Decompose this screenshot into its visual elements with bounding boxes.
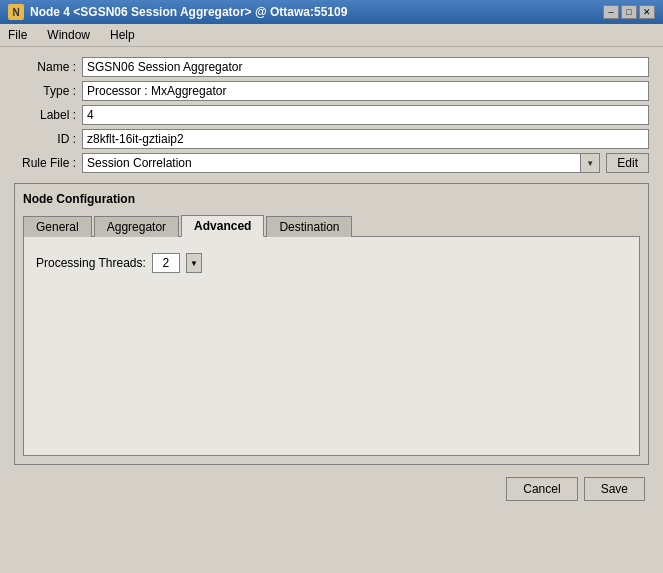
rulefile-label: Rule File : (14, 156, 82, 170)
tab-advanced[interactable]: Advanced (181, 215, 264, 237)
main-content: Name : Type : Processor : MxAggregator L… (0, 47, 663, 511)
processing-threads-dropdown[interactable]: ▼ (186, 253, 202, 273)
save-button[interactable]: Save (584, 477, 645, 501)
node-configuration: Node Configuration General Aggregator Ad… (14, 183, 649, 465)
title-bar: N Node 4 <SGSN06 Session Aggregator> @ O… (0, 0, 663, 24)
menu-window[interactable]: Window (43, 26, 94, 44)
window-title: Node 4 <SGSN06 Session Aggregator> @ Ott… (30, 5, 347, 19)
tab-content-advanced: Processing Threads: 2 ▼ (23, 236, 640, 456)
id-label: ID : (14, 132, 82, 146)
processing-threads-label: Processing Threads: (36, 256, 146, 270)
type-row: Type : Processor : MxAggregator (14, 81, 649, 101)
menu-help[interactable]: Help (106, 26, 139, 44)
type-value: Processor : MxAggregator (82, 81, 649, 101)
edit-button[interactable]: Edit (606, 153, 649, 173)
menu-file[interactable]: File (4, 26, 31, 44)
label-input[interactable] (82, 105, 649, 125)
menu-bar: File Window Help (0, 24, 663, 47)
processing-threads-dropdown-arrow-icon: ▼ (190, 259, 198, 268)
processing-threads-row: Processing Threads: 2 ▼ (36, 253, 627, 273)
name-label: Name : (14, 60, 82, 74)
id-value: z8kflt-16it-gztiaip2 (82, 129, 649, 149)
dropdown-arrow-icon: ▼ (586, 159, 594, 168)
bottom-buttons: Cancel Save (14, 477, 649, 501)
id-row: ID : z8kflt-16it-gztiaip2 (14, 129, 649, 149)
name-row: Name : (14, 57, 649, 77)
rulefile-select-wrapper: Session Correlation ▼ (82, 153, 600, 173)
name-input[interactable] (82, 57, 649, 77)
app-icon: N (8, 4, 24, 20)
rulefile-row: Rule File : Session Correlation ▼ Edit (14, 153, 649, 173)
close-button[interactable]: ✕ (639, 5, 655, 19)
minimize-button[interactable]: – (603, 5, 619, 19)
cancel-button[interactable]: Cancel (506, 477, 577, 501)
maximize-button[interactable]: □ (621, 5, 637, 19)
label-row: Label : (14, 105, 649, 125)
tab-aggregator[interactable]: Aggregator (94, 216, 179, 237)
tab-destination[interactable]: Destination (266, 216, 352, 237)
rulefile-value: Session Correlation (82, 153, 580, 173)
rulefile-dropdown-button[interactable]: ▼ (580, 153, 600, 173)
tab-general[interactable]: General (23, 216, 92, 237)
type-label: Type : (14, 84, 82, 98)
node-config-title: Node Configuration (23, 192, 640, 206)
processing-threads-value: 2 (152, 253, 180, 273)
tabs-container: General Aggregator Advanced Destination (23, 214, 640, 236)
label-label: Label : (14, 108, 82, 122)
window-controls: – □ ✕ (603, 5, 655, 19)
